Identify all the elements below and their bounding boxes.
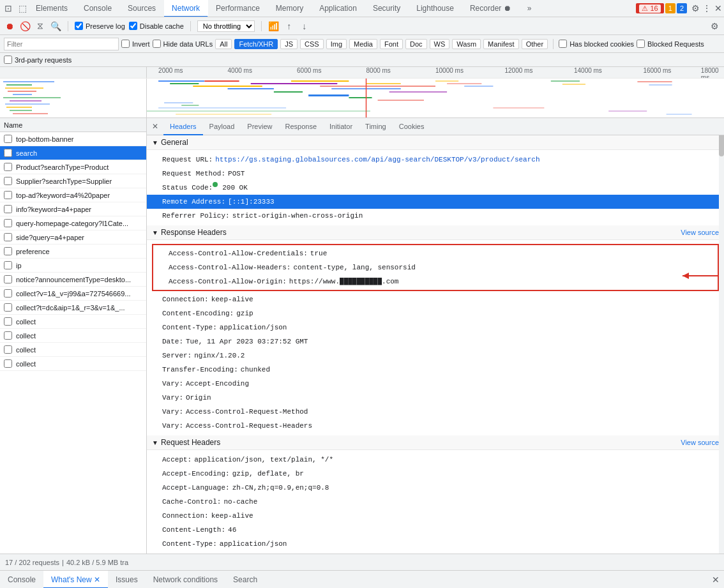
- tab-memory[interactable]: Memory: [268, 0, 312, 17]
- filter-all-btn[interactable]: All: [215, 39, 232, 49]
- devtools-dock-icon[interactable]: ⊡: [3, 3, 14, 14]
- wifi-icon[interactable]: 📶: [268, 20, 280, 32]
- tab-network[interactable]: Network: [164, 0, 208, 17]
- list-item-checkbox-11[interactable]: [4, 289, 12, 298]
- list-item-6[interactable]: query-homepage-category?l1Cate...: [0, 216, 146, 230]
- list-item-checkbox-15[interactable]: [4, 345, 12, 354]
- hide-data-urls-label[interactable]: Hide data URLs: [153, 40, 213, 48]
- list-item-checkbox-7[interactable]: [4, 233, 12, 241]
- clear-icon[interactable]: 🚫: [19, 20, 31, 32]
- blocked-requests-checkbox[interactable]: [637, 40, 645, 48]
- tab-more[interactable]: »: [520, 0, 540, 17]
- list-item-checkbox-12[interactable]: [4, 303, 12, 312]
- devtools-inspect-icon[interactable]: ⬚: [17, 3, 28, 14]
- detail-tab-headers[interactable]: Headers: [163, 118, 203, 135]
- bottom-tab-whatsnew[interactable]: What's New ✕: [43, 571, 108, 589]
- general-section-header[interactable]: General: [147, 135, 724, 150]
- bottom-tab-console[interactable]: Console: [0, 571, 43, 589]
- list-item-3[interactable]: Supplier?searchType=Supplier: [0, 174, 146, 188]
- tab-security[interactable]: Security: [365, 0, 409, 17]
- list-item-8[interactable]: preference: [0, 245, 146, 259]
- request-headers-view-source[interactable]: View source: [681, 439, 719, 446]
- list-item-5[interactable]: info?keyword=a4+paper: [0, 202, 146, 216]
- tab-elements[interactable]: Elements: [28, 0, 76, 17]
- list-item-2[interactable]: Product?searchType=Product: [0, 160, 146, 174]
- list-item-11[interactable]: collect?v=1&_v=j99&a=727546669...: [0, 287, 146, 301]
- list-item-checkbox-6[interactable]: [4, 219, 12, 227]
- preserve-log-label[interactable]: Preserve log: [75, 22, 125, 30]
- list-item-14[interactable]: collect: [0, 329, 146, 343]
- response-headers-view-source[interactable]: View source: [681, 229, 719, 236]
- filter-fetch-xhr-btn[interactable]: Fetch/XHR: [234, 39, 278, 49]
- list-item-7[interactable]: side?query=a4+paper: [0, 230, 146, 245]
- tab-performance[interactable]: Performance: [208, 0, 268, 17]
- detail-scrollbar-track[interactable]: [719, 118, 724, 554]
- request-headers-section-header[interactable]: Request Headers View source: [147, 435, 724, 450]
- has-blocked-label[interactable]: Has blocked cookies: [559, 40, 634, 48]
- list-item-checkbox-13[interactable]: [4, 317, 12, 326]
- list-item-1[interactable]: search: [0, 146, 146, 160]
- filter-input[interactable]: [4, 38, 119, 50]
- tab-sources[interactable]: Sources: [120, 0, 164, 17]
- bottom-tab-search[interactable]: Search: [225, 571, 265, 589]
- filter-wasm-btn[interactable]: Wasm: [452, 39, 481, 49]
- detail-close-btn[interactable]: ✕: [149, 121, 161, 132]
- filter-icon[interactable]: ⧖: [34, 20, 46, 32]
- list-item-checkbox-1[interactable]: [4, 149, 12, 157]
- search-icon[interactable]: 🔍: [50, 20, 61, 32]
- detail-tab-payload[interactable]: Payload: [203, 118, 241, 135]
- throttling-select[interactable]: No throttling: [197, 20, 255, 32]
- response-headers-section-header[interactable]: Response Headers View source: [147, 225, 724, 240]
- detail-tab-cookies[interactable]: Cookies: [393, 118, 431, 135]
- more-icon[interactable]: ⋮: [701, 3, 713, 14]
- list-item-checkbox-2[interactable]: [4, 163, 12, 171]
- bottom-tab-network-conditions[interactable]: Network conditions: [146, 571, 225, 589]
- third-party-label[interactable]: 3rd-party requests: [4, 56, 72, 64]
- list-item-checkbox-3[interactable]: [4, 177, 12, 185]
- export-icon[interactable]: ↑: [283, 20, 295, 32]
- record-icon[interactable]: ⏺: [4, 20, 15, 32]
- import-icon[interactable]: ↓: [299, 20, 310, 32]
- tab-lighthouse[interactable]: Lighthouse: [409, 0, 462, 17]
- invert-label[interactable]: Invert: [121, 40, 150, 48]
- third-party-checkbox[interactable]: [4, 56, 12, 64]
- list-item-checkbox-10[interactable]: [4, 275, 12, 283]
- tab-recorder[interactable]: Recorder ⏺: [462, 0, 520, 17]
- filter-doc-btn[interactable]: Doc: [405, 39, 427, 49]
- list-item-checkbox-14[interactable]: [4, 331, 12, 340]
- filter-manifest-btn[interactable]: Manifest: [483, 39, 519, 49]
- list-item-13[interactable]: collect: [0, 315, 146, 329]
- list-item-0[interactable]: top-bottom-banner: [0, 132, 146, 146]
- list-item-16[interactable]: collect: [0, 357, 146, 371]
- filter-ws-btn[interactable]: WS: [430, 39, 450, 49]
- bottom-tab-issues[interactable]: Issues: [108, 571, 146, 589]
- disable-cache-label[interactable]: Disable cache: [129, 22, 184, 30]
- list-item-12[interactable]: collect?t=dc&aip=1&_r=3&v=1&_...: [0, 301, 146, 315]
- list-item-checkbox-8[interactable]: [4, 247, 12, 255]
- bottom-close-icon[interactable]: ✕: [710, 574, 721, 585]
- detail-tab-preview[interactable]: Preview: [241, 118, 278, 135]
- invert-checkbox[interactable]: [121, 40, 130, 48]
- list-item-9[interactable]: ip: [0, 259, 146, 273]
- filter-img-btn[interactable]: Img: [326, 39, 347, 49]
- list-item-checkbox-9[interactable]: [4, 261, 12, 269]
- tab-application[interactable]: Application: [312, 0, 365, 17]
- detail-tab-initiator[interactable]: Initiator: [323, 118, 359, 135]
- list-item-15[interactable]: collect: [0, 343, 146, 357]
- filter-js-btn[interactable]: JS: [280, 39, 298, 49]
- list-item-checkbox-5[interactable]: [4, 205, 12, 213]
- filter-media-btn[interactable]: Media: [349, 39, 377, 49]
- blocked-requests-label[interactable]: Blocked Requests: [637, 40, 704, 48]
- has-blocked-checkbox[interactable]: [559, 40, 567, 48]
- list-item-checkbox-0[interactable]: [4, 135, 12, 143]
- list-item-checkbox-4[interactable]: [4, 191, 12, 199]
- filter-css-btn[interactable]: CSS: [300, 39, 324, 49]
- detail-tab-response[interactable]: Response: [278, 118, 323, 135]
- close-devtools-icon[interactable]: ✕: [713, 3, 724, 14]
- detail-tab-timing[interactable]: Timing: [359, 118, 393, 135]
- preserve-log-checkbox[interactable]: [75, 22, 83, 30]
- disable-cache-checkbox[interactable]: [129, 22, 137, 30]
- filter-other-btn[interactable]: Other: [522, 39, 548, 49]
- hide-data-urls-checkbox[interactable]: [153, 40, 161, 48]
- tab-console[interactable]: Console: [76, 0, 120, 17]
